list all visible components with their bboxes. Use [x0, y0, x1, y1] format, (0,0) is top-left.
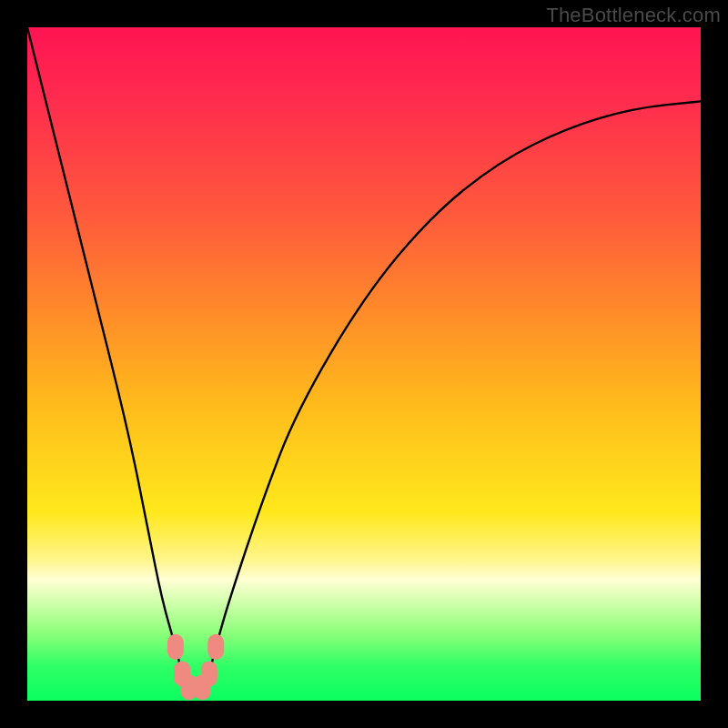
plot-area: [27, 27, 701, 701]
chart-frame: TheBottleneck.com: [0, 0, 728, 728]
bottleneck-curve: [27, 27, 701, 693]
trough-markers: [167, 634, 224, 700]
marker-trough-right-lower: [201, 661, 217, 686]
marker-trough-right-upper: [207, 634, 224, 660]
watermark-text: TheBottleneck.com: [546, 4, 721, 27]
chart-svg: [27, 27, 701, 701]
marker-trough-left-upper: [167, 634, 184, 660]
